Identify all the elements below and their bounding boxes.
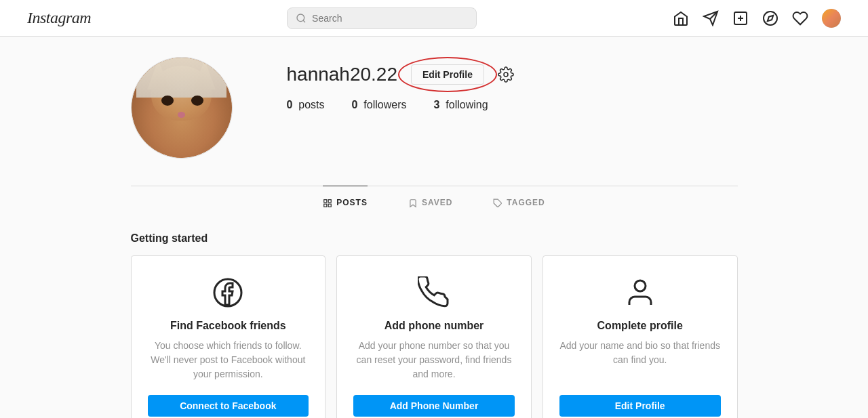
- header: Instagram: [0, 0, 868, 37]
- edit-profile-button[interactable]: Edit Profile: [411, 64, 484, 85]
- phone-card-desc: Add your phone number so that you can re…: [353, 339, 515, 381]
- add-post-icon[interactable]: [732, 10, 749, 26]
- followers-stat[interactable]: 0 followers: [352, 99, 407, 111]
- tab-posts[interactable]: POSTS: [323, 186, 368, 219]
- svg-rect-12: [324, 204, 327, 207]
- saved-tab-icon: [408, 197, 418, 208]
- compass-icon[interactable]: [762, 10, 778, 26]
- svg-point-9: [504, 72, 508, 77]
- header-nav-icons: [673, 9, 841, 28]
- add-phone-button[interactable]: Add Phone Number: [353, 395, 515, 417]
- following-stat[interactable]: 3 following: [433, 99, 488, 111]
- profile-tabs: POSTS SAVED TAGGED: [131, 186, 738, 219]
- profile-username: hannah20.22: [287, 64, 398, 85]
- following-label: following: [446, 99, 488, 110]
- tab-tagged[interactable]: TAGGED: [493, 186, 545, 219]
- connect-facebook-button[interactable]: Connect to Facebook: [148, 395, 309, 417]
- tagged-tab-label: TAGGED: [507, 198, 545, 207]
- svg-point-0: [297, 14, 304, 22]
- instagram-logo[interactable]: Instagram: [27, 9, 91, 27]
- followers-label: followers: [363, 99, 406, 110]
- profile-avatar[interactable]: [131, 57, 233, 159]
- phone-card: Add phone number Add your phone number s…: [336, 255, 532, 418]
- saved-tab-label: SAVED: [422, 198, 452, 207]
- svg-rect-10: [324, 200, 327, 203]
- complete-profile-edit-button[interactable]: Edit Profile: [559, 395, 721, 417]
- svg-rect-11: [328, 200, 331, 203]
- profile-stats: 0 posts 0 followers 3 following: [287, 99, 738, 111]
- facebook-card-title: Find Facebook friends: [170, 320, 286, 332]
- profile-info: hannah20.22 Edit Profile 0 posts: [287, 57, 738, 122]
- phone-card-title: Add phone number: [384, 320, 484, 332]
- svg-marker-8: [768, 15, 773, 20]
- getting-started-section: Getting started Find Facebook friends Yo…: [117, 219, 751, 418]
- settings-icon-button[interactable]: [498, 66, 514, 83]
- search-icon: [296, 12, 307, 24]
- phone-icon: [418, 276, 450, 309]
- person-icon: [624, 276, 656, 309]
- posts-tab-icon: [323, 197, 332, 208]
- posts-tab-label: POSTS: [336, 198, 368, 207]
- search-bar[interactable]: [287, 7, 477, 29]
- complete-profile-card-desc: Add your name and bio so that friends ca…: [559, 339, 721, 381]
- tab-saved[interactable]: SAVED: [408, 186, 452, 219]
- send-icon[interactable]: [703, 10, 719, 26]
- posts-stat[interactable]: 0 posts: [287, 99, 325, 111]
- svg-point-16: [635, 280, 646, 291]
- profile-container: hannah20.22 Edit Profile 0 posts: [117, 37, 751, 219]
- home-icon[interactable]: [673, 10, 689, 26]
- user-avatar-small[interactable]: [822, 9, 841, 28]
- edit-profile-highlight-circle: [398, 57, 497, 92]
- complete-profile-card-title: Complete profile: [597, 320, 683, 332]
- posts-label: posts: [298, 99, 324, 110]
- followers-count: 0: [352, 99, 358, 110]
- facebook-icon: [212, 276, 244, 309]
- svg-line-1: [303, 20, 305, 22]
- profile-username-row: hannah20.22 Edit Profile: [287, 64, 738, 85]
- profile-header: hannah20.22 Edit Profile 0 posts: [131, 57, 738, 159]
- svg-rect-13: [328, 204, 331, 207]
- facebook-card: Find Facebook friends You choose which f…: [131, 255, 326, 418]
- heart-icon[interactable]: [792, 10, 808, 26]
- following-count: 3: [433, 99, 439, 110]
- posts-count: 0: [287, 99, 293, 110]
- search-input[interactable]: [312, 13, 468, 24]
- complete-profile-card: Complete profile Add your name and bio s…: [542, 255, 738, 418]
- tagged-tab-icon: [493, 197, 502, 208]
- getting-started-title: Getting started: [131, 232, 738, 245]
- getting-started-cards: Find Facebook friends You choose which f…: [131, 255, 738, 418]
- facebook-card-desc: You choose which friends to follow. We'l…: [148, 339, 309, 381]
- svg-point-7: [764, 12, 777, 25]
